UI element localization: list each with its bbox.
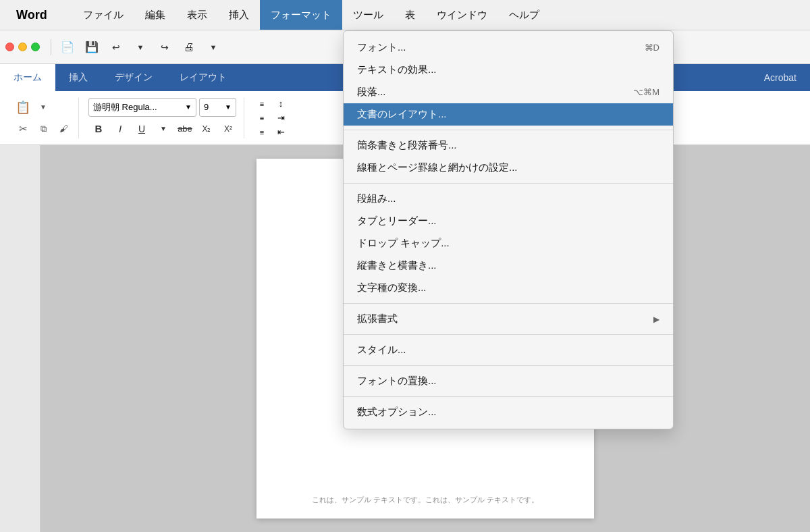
underline-dropdown-button[interactable]: ▼ [153, 119, 173, 138]
dropdown-item-document-layout[interactable]: 文書のレイアウト... [344, 103, 673, 126]
dropdown-item-text-effects[interactable]: テキストの効果... [344, 59, 673, 81]
indent-left-button[interactable]: ⇤ [273, 126, 289, 138]
dropdown-item-font[interactable]: フォント... ⌘D [344, 36, 673, 59]
strikethrough-button[interactable]: abe [175, 119, 195, 138]
menu-insert[interactable]: 挿入 [218, 0, 260, 30]
undo-arrow-button[interactable]: ▼ [130, 36, 151, 58]
document-sample-text: これは、サンプル テキストです。これは、サンプル テキストです。 [256, 495, 594, 505]
menu-edit[interactable]: 編集 [134, 0, 176, 30]
app-title: Word [0, 8, 72, 22]
title-bar: Word ファイル 編集 表示 挿入 フォーマット ツール 表 ウインドウ ヘル… [0, 0, 810, 30]
undo-button[interactable]: ↩ [105, 36, 127, 58]
dropdown-section-4: 拡張書式 ▶ [344, 307, 673, 331]
separator-3 [344, 303, 673, 304]
toolbar-more-button[interactable]: ▼ [202, 36, 224, 58]
maximize-button[interactable] [31, 43, 40, 51]
copy-button[interactable]: ⧉ [34, 119, 53, 138]
tab-layout[interactable]: レイアウト [166, 64, 240, 91]
dropdown-item-math-options[interactable]: 数式オプション... [344, 401, 673, 423]
align-right-button[interactable]: ≡ [254, 126, 270, 138]
dropdown-section-3: 段組み... タブとリーダー... ドロップ キャップ... 縦書きと横書き..… [344, 186, 673, 300]
menu-bar: ファイル 編集 表示 挿入 フォーマット ツール 表 ウインドウ ヘルプ [72, 0, 810, 30]
bold-button[interactable]: B [88, 119, 109, 138]
align-center-button[interactable]: ≡ [254, 112, 270, 124]
dropdown-section-7: 数式オプション... [344, 400, 673, 425]
sidebar-left [0, 145, 40, 532]
dropdown-item-extended[interactable]: 拡張書式 ▶ [344, 308, 673, 330]
separator-5 [344, 365, 673, 366]
font-name-select[interactable]: 游明朝 Regula... ▼ [88, 98, 196, 117]
dropdown-item-drop-cap[interactable]: ドロップ キャップ... [344, 232, 673, 255]
new-doc-button[interactable]: 📄 [57, 36, 78, 58]
menu-window[interactable]: ウインドウ [426, 0, 498, 30]
redo-button[interactable]: ↪ [154, 36, 176, 58]
separator-2 [344, 183, 673, 184]
dropdown-item-text-direction[interactable]: 縦書きと横書き... [344, 255, 673, 277]
dropdown-item-bullets[interactable]: 箇条書きと段落番号... [344, 134, 673, 157]
underline-button[interactable]: U [132, 119, 152, 138]
paste-button[interactable]: 📋 [14, 98, 32, 117]
paste-dropdown-button[interactable]: ▼ [34, 98, 53, 117]
dropdown-section-6: フォントの置換... [344, 369, 673, 394]
dropdown-item-styles[interactable]: スタイル... [344, 339, 673, 361]
dropdown-section-2: 箇条書きと段落番号... 線種とページ罫線と網かけの設定... [344, 133, 673, 180]
dropdown-section-1: フォント... ⌘D テキストの効果... 段落... ⌥⌘M 文書のレイアウト… [344, 35, 673, 127]
menu-table[interactable]: 表 [394, 0, 426, 30]
separator-6 [344, 396, 673, 397]
font-name-dropdown-icon: ▼ [185, 103, 192, 111]
tab-acrobat[interactable]: Acrobat [751, 64, 810, 91]
font-section: 游明朝 Regula... ▼ 9 ▼ B I U ▼ abe X₂ X² [83, 98, 244, 138]
separator-1 [344, 130, 673, 130]
save-button[interactable]: 💾 [81, 36, 103, 58]
italic-button[interactable]: I [110, 119, 130, 138]
subscript-button[interactable]: X₂ [196, 119, 217, 138]
extended-arrow-icon: ▶ [653, 315, 659, 324]
font-size-select[interactable]: 9 ▼ [199, 98, 236, 117]
menu-help[interactable]: ヘルプ [498, 0, 550, 30]
tab-home[interactable]: ホーム [0, 64, 55, 91]
menu-file[interactable]: ファイル [72, 0, 134, 30]
toolbar-divider-1 [51, 39, 51, 55]
dropdown-item-borders[interactable]: 線種とページ罫線と網かけの設定... [344, 157, 673, 179]
dropdown-item-font-replace[interactable]: フォントの置換... [344, 370, 673, 392]
tab-insert[interactable]: 挿入 [55, 64, 101, 91]
format-painter-button[interactable]: 🖌 [54, 119, 73, 138]
print-button[interactable]: 🖨 [178, 36, 200, 58]
cut-button[interactable]: ✂ [14, 119, 32, 138]
indent-right-button[interactable]: ⇥ [273, 112, 289, 124]
format-dropdown-menu: フォント... ⌘D テキストの効果... 段落... ⌥⌘M 文書のレイアウト… [343, 30, 674, 429]
menu-tools[interactable]: ツール [342, 0, 394, 30]
separator-4 [344, 334, 673, 335]
dropdown-item-paragraph[interactable]: 段落... ⌥⌘M [344, 81, 673, 103]
font-size-dropdown-icon: ▼ [225, 103, 232, 111]
dropdown-section-5: スタイル... [344, 338, 673, 363]
dropdown-item-char-convert[interactable]: 文字種の変換... [344, 277, 673, 299]
paragraph-section: ≡ ≡ ≡ ↕ ⇥ ⇤ [248, 98, 294, 138]
close-button[interactable] [5, 43, 14, 51]
superscript-button[interactable]: X² [218, 119, 238, 138]
menu-view[interactable]: 表示 [176, 0, 218, 30]
line-spacing-button[interactable]: ↕ [273, 98, 289, 110]
minimize-button[interactable] [18, 43, 27, 51]
align-left-button[interactable]: ≡ [254, 98, 270, 110]
dropdown-item-columns[interactable]: 段組み... [344, 188, 673, 210]
clipboard-section: 📋 ▼ ✂ ⧉ 🖌 [8, 98, 79, 138]
menu-format[interactable]: フォーマット [260, 0, 342, 30]
dropdown-item-tabs[interactable]: タブとリーダー... [344, 210, 673, 232]
tab-design[interactable]: デザイン [101, 64, 166, 91]
